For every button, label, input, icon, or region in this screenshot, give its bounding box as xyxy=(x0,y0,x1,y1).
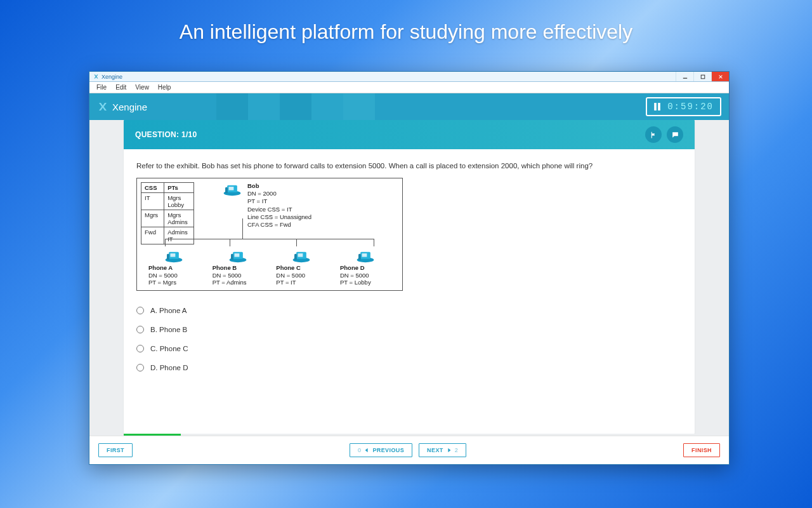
svg-rect-3 xyxy=(658,103,660,110)
window-title: Xengine xyxy=(102,74,122,80)
question-counter: QUESTION: 1/10 xyxy=(135,130,197,139)
question-card: QUESTION: 1/10 Refer to the exhibit. Bob… xyxy=(124,120,695,434)
exhibit-phone-row: Phone ADN = 5000PT = MgrsPhone BDN = 500… xyxy=(141,249,398,287)
window-titlebar: Xengine xyxy=(89,72,729,82)
marketing-tagline: An intelligent platform for studying mor… xyxy=(0,0,812,54)
nav-footer: FIRST 0 PREVIOUS NEXT 2 FINISH xyxy=(89,436,729,464)
brand-logo-icon xyxy=(97,101,108,112)
content-stage: QUESTION: 1/10 Refer to the exhibit. Bob… xyxy=(89,120,729,464)
timer-value: 0:59:20 xyxy=(667,102,714,112)
exhibit-phone: Phone DDN = 5000PT = Lobby xyxy=(340,249,391,287)
app-brand: Xengine xyxy=(97,101,147,112)
flag-icon xyxy=(650,131,658,139)
svg-rect-7 xyxy=(225,187,228,193)
answer-option[interactable]: B. Phone B xyxy=(136,320,682,339)
phone-icon xyxy=(291,249,311,263)
comment-button[interactable] xyxy=(667,126,683,143)
exhibit-diagram: CSSPTs ITMgrs Lobby MgrsMgrs Admins FwdA… xyxy=(136,178,403,291)
window-close-button[interactable] xyxy=(711,72,729,81)
answer-option[interactable]: C. Phone C xyxy=(136,339,682,358)
radio-icon xyxy=(136,326,144,333)
app-header: Xengine 0:59:20 xyxy=(89,93,729,120)
bob-details: Bob DN = 2000 PT = IT Device CSS = IT Li… xyxy=(247,182,311,229)
brand-text: Xengine xyxy=(112,102,147,112)
answer-option[interactable]: D. Phone D xyxy=(136,358,682,377)
radio-icon xyxy=(136,307,144,314)
exhibit-phone: Phone ADN = 5000PT = Mgrs xyxy=(148,249,199,287)
radio-icon xyxy=(136,345,144,352)
window-minimize-button[interactable] xyxy=(676,72,693,81)
menu-view[interactable]: View xyxy=(131,84,154,91)
exhibit-phone: Phone BDN = 5000PT = Admins xyxy=(213,249,263,287)
previous-button[interactable]: 0 PREVIOUS xyxy=(350,443,412,457)
window-maximize-button[interactable] xyxy=(693,72,711,81)
svg-rect-22 xyxy=(362,253,367,257)
answer-label: D. Phone D xyxy=(150,364,188,371)
svg-rect-23 xyxy=(358,254,361,260)
answer-label: A. Phone A xyxy=(150,307,187,314)
answer-label: C. Phone C xyxy=(150,345,188,352)
svg-rect-14 xyxy=(234,253,239,257)
answer-label: B. Phone B xyxy=(150,326,187,333)
phone-icon xyxy=(222,182,242,196)
question-header: QUESTION: 1/10 xyxy=(124,120,695,149)
app-logo-icon xyxy=(93,74,99,79)
svg-rect-15 xyxy=(231,254,233,260)
phone-icon xyxy=(164,249,184,263)
phone-icon xyxy=(228,249,248,263)
svg-rect-18 xyxy=(298,253,303,257)
svg-rect-0 xyxy=(683,77,686,78)
menu-file[interactable]: File xyxy=(92,84,111,91)
first-button[interactable]: FIRST xyxy=(98,443,133,457)
question-text: Refer to the exhibit. Bob has set his ph… xyxy=(136,161,682,171)
flag-button[interactable] xyxy=(645,126,662,143)
menu-help[interactable]: Help xyxy=(154,84,176,91)
svg-rect-19 xyxy=(294,254,297,260)
answer-option[interactable]: A. Phone A xyxy=(136,301,682,320)
svg-rect-1 xyxy=(701,75,705,79)
header-decoration xyxy=(216,93,375,120)
finish-button[interactable]: FINISH xyxy=(683,443,720,457)
svg-rect-11 xyxy=(167,254,169,260)
exhibit-phone: Phone CDN = 5000PT = IT xyxy=(276,249,327,287)
answer-list: A. Phone AB. Phone BC. Phone CD. Phone D xyxy=(136,301,682,377)
svg-rect-10 xyxy=(171,253,176,257)
comment-icon xyxy=(671,131,679,139)
pause-icon xyxy=(653,103,661,110)
phone-icon xyxy=(355,249,376,263)
app-window: Xengine File Edit View Help Xengine 0:59… xyxy=(89,71,730,465)
timer[interactable]: 0:59:20 xyxy=(646,97,721,116)
next-button[interactable]: NEXT 2 xyxy=(419,443,466,457)
svg-rect-6 xyxy=(229,187,234,190)
arrow-left-icon xyxy=(364,448,369,453)
radio-icon xyxy=(136,364,144,371)
menu-bar: File Edit View Help xyxy=(89,82,729,93)
question-body: Refer to the exhibit. Bob has set his ph… xyxy=(124,149,695,434)
svg-rect-2 xyxy=(654,103,657,110)
arrow-right-icon xyxy=(447,448,452,453)
menu-edit[interactable]: Edit xyxy=(111,84,131,91)
